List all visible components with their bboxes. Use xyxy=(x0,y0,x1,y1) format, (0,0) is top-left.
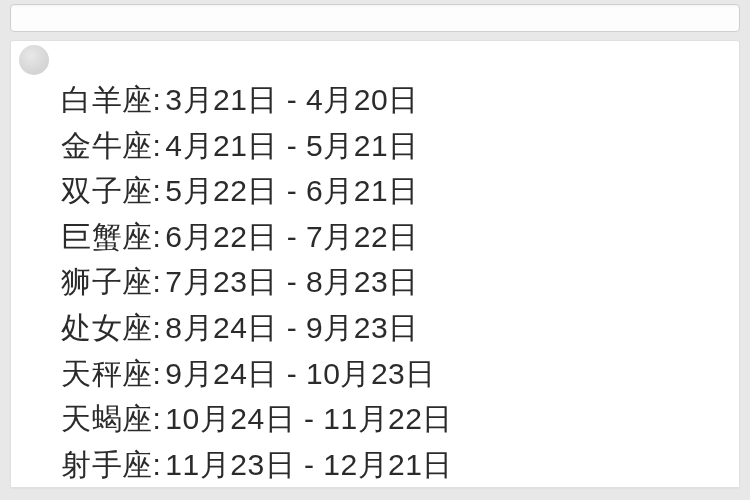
separator: : xyxy=(153,174,162,207)
zodiac-list: 白羊座:3月21日 - 4月20日 金牛座:4月21日 - 5月21日 双子座:… xyxy=(11,75,739,487)
date-range: 6月22日 - 7月22日 xyxy=(165,220,418,253)
separator: : xyxy=(153,220,162,253)
list-item: 金牛座:4月21日 - 5月21日 xyxy=(61,123,739,169)
list-item: 巨蟹座:6月22日 - 7月22日 xyxy=(61,214,739,260)
date-range: 7月23日 - 8月23日 xyxy=(165,265,418,298)
date-range: 8月24日 - 9月23日 xyxy=(165,311,418,344)
separator: : xyxy=(153,129,162,162)
zodiac-name: 双子座 xyxy=(61,174,153,207)
list-item: 处女座:8月24日 - 9月23日 xyxy=(61,305,739,351)
search-bar[interactable] xyxy=(10,4,740,32)
zodiac-name: 天蝎座 xyxy=(61,402,153,435)
date-range: 11月23日 - 12月21日 xyxy=(165,448,453,481)
zodiac-name: 金牛座 xyxy=(61,129,153,162)
list-item: 天蝎座:10月24日 - 11月22日 xyxy=(61,396,739,442)
zodiac-name: 天秤座 xyxy=(61,357,153,390)
separator: : xyxy=(153,265,162,298)
avatar xyxy=(19,45,49,75)
zodiac-name: 射手座 xyxy=(61,448,153,481)
separator: : xyxy=(153,448,162,481)
zodiac-name: 处女座 xyxy=(61,311,153,344)
list-item: 双子座:5月22日 - 6月21日 xyxy=(61,168,739,214)
content-card: 白羊座:3月21日 - 4月20日 金牛座:4月21日 - 5月21日 双子座:… xyxy=(10,40,740,488)
list-item: 狮子座:7月23日 - 8月23日 xyxy=(61,259,739,305)
separator: : xyxy=(153,357,162,390)
separator: : xyxy=(153,83,162,116)
zodiac-name: 巨蟹座 xyxy=(61,220,153,253)
zodiac-name: 白羊座 xyxy=(61,83,153,116)
date-range: 9月24日 - 10月23日 xyxy=(165,357,435,390)
list-item: 天秤座:9月24日 - 10月23日 xyxy=(61,351,739,397)
list-item: 射手座:11月23日 - 12月21日 xyxy=(61,442,739,488)
separator: : xyxy=(153,402,162,435)
date-range: 4月21日 - 5月21日 xyxy=(165,129,418,162)
list-item: 白羊座:3月21日 - 4月20日 xyxy=(61,77,739,123)
date-range: 10月24日 - 11月22日 xyxy=(165,402,453,435)
date-range: 3月21日 - 4月20日 xyxy=(165,83,418,116)
date-range: 5月22日 - 6月21日 xyxy=(165,174,418,207)
zodiac-name: 狮子座 xyxy=(61,265,153,298)
separator: : xyxy=(153,311,162,344)
